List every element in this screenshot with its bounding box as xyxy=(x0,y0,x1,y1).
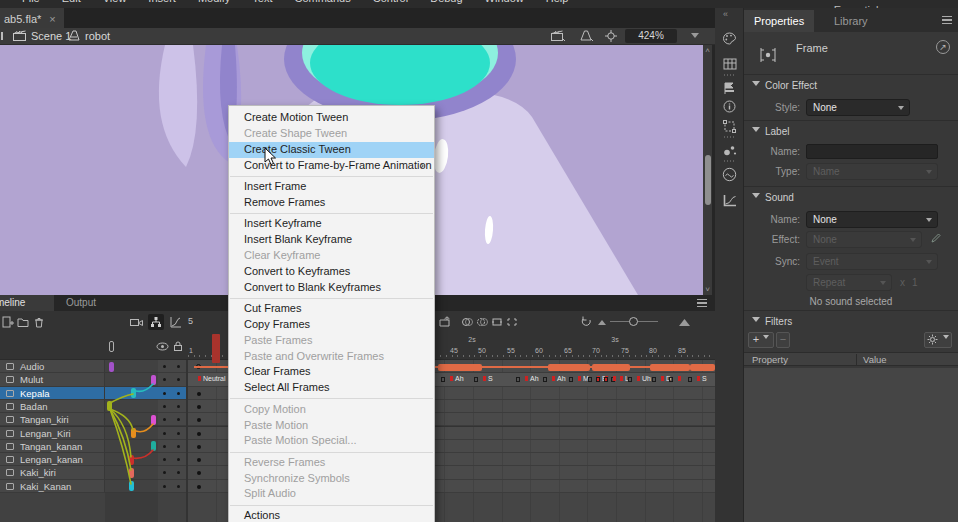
layer-name-cell[interactable]: Mulut xyxy=(0,373,105,386)
menu-item-debug[interactable]: Debug xyxy=(430,0,462,8)
layer-visibility-dot[interactable] xyxy=(158,453,172,466)
add-filter-button[interactable]: + xyxy=(748,332,774,348)
layer-name-cell[interactable]: Kepala xyxy=(0,387,105,400)
scene-clapper-icon[interactable] xyxy=(13,30,26,41)
sound-sync-dropdown[interactable]: Event xyxy=(806,253,938,270)
tab-properties[interactable]: Properties xyxy=(744,10,814,32)
layer-visibility-dot[interactable] xyxy=(158,440,172,453)
tab-timeline[interactable]: Timeline xyxy=(0,295,54,311)
menu-item-insert-frame[interactable]: Insert Frame xyxy=(229,179,434,195)
motion-editor-icon[interactable] xyxy=(721,192,738,209)
stage-vertical-scrollbar[interactable]: ˄ ˅ xyxy=(703,45,712,295)
menu-item-create-classic-tween[interactable]: Create Classic Tween xyxy=(229,142,434,158)
menu-item-window[interactable]: Window xyxy=(485,0,524,8)
section-color-effect[interactable]: Color Effect xyxy=(752,80,817,91)
scroll-down-icon[interactable]: ˅ xyxy=(704,286,711,293)
scroll-up-icon[interactable]: ˄ xyxy=(704,47,711,54)
parent-link-bar[interactable] xyxy=(129,481,134,491)
layer-lock-dot[interactable] xyxy=(172,400,186,413)
parent-link-bar[interactable] xyxy=(151,415,156,425)
parent-link-bar[interactable] xyxy=(109,362,114,372)
color-palette-icon[interactable] xyxy=(721,30,738,47)
menu-item-view[interactable]: View xyxy=(103,0,127,8)
layer-name-cell[interactable]: Audio xyxy=(0,360,105,373)
label-name-input[interactable] xyxy=(806,144,938,159)
edit-symbols-icon[interactable] xyxy=(580,30,593,41)
menu-item-create-motion-tween[interactable]: Create Motion Tween xyxy=(229,110,434,126)
close-icon[interactable]: × xyxy=(49,13,55,25)
breadcrumb-symbol[interactable]: robot xyxy=(85,30,110,42)
menu-item-file[interactable]: File xyxy=(22,0,40,8)
layer-parenting-cell[interactable] xyxy=(105,480,158,493)
layer-name-cell[interactable]: Tangan_kanan xyxy=(0,440,105,453)
layer-lock-dot[interactable] xyxy=(172,360,186,373)
onion-skin-outlines-icon[interactable] xyxy=(474,314,490,330)
menu-item-insert-blank-keyframe[interactable]: Insert Blank Keyframe xyxy=(229,232,434,248)
style-dropdown[interactable]: None xyxy=(806,99,910,116)
sound-name-dropdown[interactable]: None xyxy=(806,211,938,228)
menu-item-copy-frames[interactable]: Copy Frames xyxy=(229,317,434,333)
creative-cloud-icon[interactable] xyxy=(721,166,738,183)
timeline-panel-menu-icon[interactable] xyxy=(697,299,707,307)
parent-link-bar[interactable] xyxy=(129,468,134,478)
menu-item-convert-to-frame-by-frame-animation[interactable]: Convert to Frame-by-Frame Animation› xyxy=(229,158,434,174)
menu-item-create-shape-tween[interactable]: Create Shape Tween xyxy=(229,126,434,142)
layer-lock-dot[interactable] xyxy=(172,413,186,426)
edit-multiple-frames-icon[interactable] xyxy=(489,314,505,330)
filter-options-button[interactable] xyxy=(924,332,952,348)
zoom-level-input[interactable]: 424% xyxy=(625,29,677,43)
layer-lock-dot[interactable] xyxy=(172,373,186,386)
back-icon[interactable] xyxy=(1,32,6,40)
menu-item-select-all-frames[interactable]: Select All Frames xyxy=(229,380,434,396)
layer-parenting-cell[interactable] xyxy=(105,440,158,453)
layer-parenting-cell[interactable] xyxy=(105,400,158,413)
parent-link-bar[interactable] xyxy=(151,375,156,385)
layer-lock-dot[interactable] xyxy=(172,453,186,466)
properties-panel-menu-icon[interactable] xyxy=(942,16,952,24)
layer-lock-dot[interactable] xyxy=(172,427,186,440)
layer-visibility-dot[interactable] xyxy=(158,480,172,493)
menu-item-insert[interactable]: Insert xyxy=(148,0,176,8)
menu-item-insert-keyframe[interactable]: Insert Keyframe xyxy=(229,216,434,232)
transform-icon[interactable] xyxy=(721,118,738,135)
layer-visibility-dot[interactable] xyxy=(158,466,172,479)
menu-item-clear-keyframe[interactable]: Clear Keyframe xyxy=(229,248,434,264)
layer-parenting-cell[interactable] xyxy=(105,413,158,426)
edit-scene-icon[interactable] xyxy=(551,30,565,41)
info-icon[interactable] xyxy=(721,98,738,115)
layer-visibility-dot[interactable] xyxy=(158,400,172,413)
section-filters[interactable]: Filters xyxy=(752,316,792,327)
menu-item-split-audio[interactable]: Split Audio xyxy=(229,486,434,502)
breadcrumb-scene[interactable]: Scene 1 xyxy=(31,30,71,42)
scrollbar-thumb[interactable] xyxy=(705,155,711,205)
menu-item-text[interactable]: Text xyxy=(252,0,272,8)
sound-repeat-dropdown[interactable]: Repeat xyxy=(806,274,892,291)
layer-lock-dot[interactable] xyxy=(172,480,186,493)
layer-visibility-dot[interactable] xyxy=(158,387,172,400)
loop-icon[interactable] xyxy=(578,314,594,330)
parent-link-bar[interactable] xyxy=(129,455,134,465)
workspace-switcher[interactable]: Essentials xyxy=(834,0,884,8)
menu-item-copy-motion[interactable]: Copy Motion xyxy=(229,402,434,418)
layer-parenting-cell[interactable] xyxy=(105,373,158,386)
menu-item-paste-motion-special[interactable]: Paste Motion Special... xyxy=(229,433,434,449)
new-layer-icon[interactable] xyxy=(0,314,16,330)
layer-name-cell[interactable]: Lengan_Kiri xyxy=(0,427,105,440)
help-link-icon[interactable]: ↗ xyxy=(936,40,950,54)
menu-item-actions[interactable]: Actions xyxy=(229,508,434,522)
menu-item-synchronize-symbols[interactable]: Synchronize Symbols xyxy=(229,471,434,487)
remove-filter-button[interactable]: − xyxy=(776,332,790,348)
menu-item-modify[interactable]: Modify xyxy=(198,0,230,8)
motion-graph-icon[interactable] xyxy=(168,314,184,330)
menu-item-clear-frames[interactable]: Clear Frames xyxy=(229,364,434,380)
eye-column-icon[interactable] xyxy=(156,342,169,351)
layer-name-cell[interactable]: Kaki_kiri xyxy=(0,466,105,479)
parent-link-bar[interactable] xyxy=(151,441,156,451)
camera-layer-icon[interactable] xyxy=(128,314,144,330)
sound-effect-dropdown[interactable]: None xyxy=(806,231,922,248)
new-folder-icon[interactable] xyxy=(15,314,31,330)
timeline-zoom-slider-thumb[interactable] xyxy=(629,317,638,326)
layer-lock-dot[interactable] xyxy=(172,387,186,400)
layer-visibility-dot[interactable] xyxy=(158,373,172,386)
layer-visibility-dot[interactable] xyxy=(158,413,172,426)
